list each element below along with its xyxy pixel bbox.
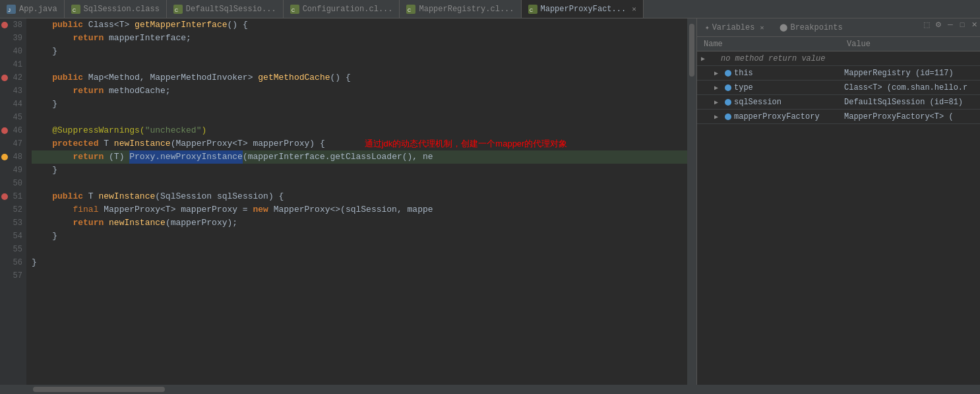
code-line-43: return methodCache; bbox=[32, 84, 687, 98]
gutter-39: 39 bbox=[0, 32, 22, 45]
code-line-41 bbox=[32, 58, 687, 71]
gutter-42: 42 bbox=[0, 71, 22, 84]
svg-text:C: C bbox=[408, 8, 411, 13]
code-line-51: public T newInstance(SqlSession sqlSessi… bbox=[32, 190, 687, 203]
expand-icon-mapperproxyfactory[interactable]: ▶ bbox=[714, 113, 722, 121]
code-line-50 bbox=[32, 177, 687, 190]
code-line-39: return mapperInterface; bbox=[32, 32, 687, 45]
variables-tab-icon: ✦ bbox=[705, 23, 710, 32]
content-area: 38 39 40 41 42 43 44 45 46 47 48 49 50 5… bbox=[0, 18, 980, 385]
tab-mapperproxyfactory[interactable]: C MapperProxyFact... ✕ bbox=[522, 0, 644, 18]
code-line-42: public Map<Method, MapperMethodInvoker> … bbox=[32, 71, 687, 84]
variables-panel: ✦ Variables ✕ ⬤ Breakpoints ⬚ ⚙ ─ □ ✕ Na… bbox=[696, 18, 980, 385]
var-row-sqlsession[interactable]: ▶ sqlSession DefaultSqlSession (id=81) bbox=[697, 95, 980, 110]
var-row-this[interactable]: ▶ this MapperRegistry (id=117) bbox=[697, 66, 980, 81]
var-dot-this bbox=[725, 70, 731, 77]
expand-icon-no-method[interactable]: ▶ bbox=[701, 55, 709, 63]
code-line-38: public Class<T> getMapperInterface() { bbox=[32, 18, 687, 32]
gutter-46: 46 bbox=[0, 124, 22, 137]
close-panel-button[interactable]: ✕ bbox=[968, 18, 980, 30]
var-name-cell-mapperproxyfactory: ▶ mapperProxyFactory bbox=[701, 112, 844, 121]
gutter-57: 57 bbox=[0, 269, 22, 282]
code-line-40: } bbox=[32, 45, 687, 58]
gutter-48: 48 bbox=[0, 150, 22, 164]
variables-name-header: Name bbox=[701, 40, 844, 49]
comment-annotation: 通过jdk的动态代理机制，创建一个mapper的代理对象 bbox=[365, 137, 568, 150]
var-name-cell-this: ▶ this bbox=[701, 69, 844, 78]
code-line-46: @SuppressWarnings("unchecked") bbox=[32, 124, 687, 137]
vertical-scrollbar[interactable] bbox=[687, 18, 696, 385]
var-value-sqlsession: DefaultSqlSession (id=81) bbox=[844, 98, 976, 107]
variables-tab-close[interactable]: ✕ bbox=[760, 24, 764, 32]
horizontal-scrollbar[interactable] bbox=[0, 385, 980, 394]
gutter-43: 43 bbox=[0, 84, 22, 98]
expand-icon-type[interactable]: ▶ bbox=[714, 84, 722, 92]
gutter-52: 52 bbox=[0, 203, 22, 216]
gutter-51: 51 bbox=[0, 190, 22, 203]
svg-text:C: C bbox=[175, 8, 178, 13]
gutter-45: 45 bbox=[0, 111, 22, 124]
scroll-thumb[interactable] bbox=[689, 24, 694, 77]
code-line-45 bbox=[32, 111, 687, 124]
gutter-50: 50 bbox=[0, 177, 22, 190]
expand-icon-sqlsession[interactable]: ▶ bbox=[714, 98, 722, 106]
class-icon-2: C bbox=[173, 5, 183, 14]
minimize-button[interactable]: ─ bbox=[944, 18, 956, 30]
var-row-no-method-return[interactable]: ▶ no method return value bbox=[697, 51, 980, 66]
expand-icon-this[interactable]: ▶ bbox=[714, 69, 722, 77]
gutter-55: 55 bbox=[0, 243, 22, 256]
gutter-54: 54 bbox=[0, 230, 22, 243]
panel-tabs: ✦ Variables ✕ ⬤ Breakpoints ⬚ ⚙ ─ □ ✕ bbox=[697, 18, 980, 37]
tab-close-icon[interactable]: ✕ bbox=[632, 5, 636, 13]
code-line-56: } bbox=[32, 256, 687, 269]
tab-defaultsqlsession[interactable]: C DefaultSqlSessio... bbox=[167, 0, 284, 18]
var-name-cell-type: ▶ type bbox=[701, 83, 844, 92]
panel-tab-variables[interactable]: ✦ Variables ✕ bbox=[697, 18, 772, 36]
main-container: J App.java C SqlSession.class C DefaultS… bbox=[0, 0, 980, 394]
gutter-41: 41 bbox=[0, 58, 22, 71]
tab-configuration[interactable]: C Configuration.cl... bbox=[284, 0, 400, 18]
gutter-47: 47 bbox=[0, 137, 22, 150]
code-line-53: return newInstance(mapperProxy); bbox=[32, 216, 687, 230]
h-scroll-thumb[interactable] bbox=[33, 387, 165, 392]
svg-text:C: C bbox=[530, 8, 533, 13]
code-line-48: return (T) Proxy.newProxyInstance(mapper… bbox=[32, 150, 687, 164]
var-name-cell-no-method: ▶ no method return value bbox=[701, 54, 844, 63]
svg-text:C: C bbox=[73, 8, 76, 13]
class-icon-5: C bbox=[528, 5, 537, 14]
breakpoint-dot-51 bbox=[1, 193, 8, 200]
gutter-38: 38 bbox=[0, 18, 22, 32]
tab-app-java[interactable]: J App.java bbox=[0, 0, 65, 18]
code-line-49: } bbox=[32, 164, 687, 177]
var-value-this: MapperRegistry (id=117) bbox=[844, 69, 976, 78]
settings-button[interactable]: ⚙ bbox=[933, 18, 944, 30]
code-line-57 bbox=[32, 269, 687, 282]
current-debug-dot-48 bbox=[1, 154, 8, 160]
panel-tab-breakpoints[interactable]: ⬤ Breakpoints bbox=[772, 18, 850, 36]
restore-layout-button[interactable]: ⬚ bbox=[921, 18, 933, 30]
var-name-cell-sqlsession: ▶ sqlSession bbox=[701, 98, 844, 107]
var-row-type[interactable]: ▶ type Class<T> (com.shan.hello.r bbox=[697, 81, 980, 95]
gutter-49: 49 bbox=[0, 164, 22, 177]
var-row-mapperproxyfactory[interactable]: ▶ mapperProxyFactory MapperProxyFactory<… bbox=[697, 110, 980, 124]
panel-tab-spacer bbox=[851, 18, 921, 36]
maximize-button[interactable]: □ bbox=[956, 18, 968, 30]
code-line-54: } bbox=[32, 230, 687, 243]
code-line-44: } bbox=[32, 98, 687, 111]
gutter-56: 56 bbox=[0, 256, 22, 269]
line-number-gutter: 38 39 40 41 42 43 44 45 46 47 48 49 50 5… bbox=[0, 18, 26, 385]
var-dot-mapperproxyfactory bbox=[725, 114, 731, 120]
tab-sqlsession[interactable]: C SqlSession.class bbox=[65, 0, 167, 18]
variables-value-header: Value bbox=[844, 40, 976, 49]
variables-table: ▶ no method return value ▶ this MapperRe… bbox=[697, 51, 980, 385]
var-value-mapperproxyfactory: MapperProxyFactory<T> ( bbox=[844, 112, 976, 121]
breakpoint-dot-42 bbox=[1, 75, 8, 81]
breakpoint-dot-46 bbox=[1, 127, 8, 134]
var-dot-type bbox=[725, 84, 731, 91]
tab-mapperregistry[interactable]: C MapperRegistry.cl... bbox=[400, 0, 521, 18]
var-value-type: Class<T> (com.shan.hello.r bbox=[844, 83, 976, 92]
gutter-53: 53 bbox=[0, 216, 22, 230]
code-editor[interactable]: public Class<T> getMapperInterface() { r… bbox=[26, 18, 687, 385]
gutter-44: 44 bbox=[0, 98, 22, 111]
var-dot-sqlsession bbox=[725, 99, 731, 106]
